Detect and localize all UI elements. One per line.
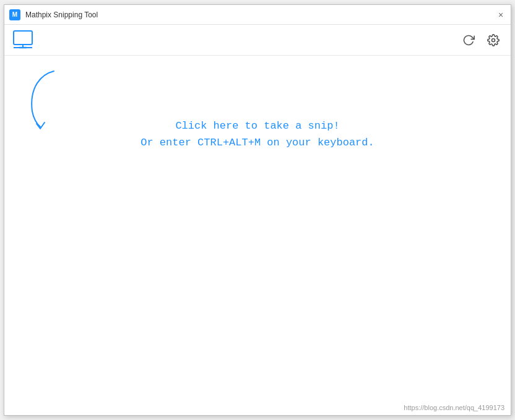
title-bar-controls: × — [496, 10, 506, 20]
instructions-block: Click here to take a snip! Or enter CTRL… — [141, 118, 374, 151]
snip-button[interactable] — [12, 29, 34, 51]
toolbar-left — [12, 29, 34, 51]
window-title: Mathpix Snipping Tool — [25, 11, 98, 19]
refresh-icon — [462, 34, 475, 46]
instruction-line-2: Or enter CTRL+ALT+M on your keyboard. — [141, 134, 374, 151]
arrow-svg — [23, 68, 72, 130]
refresh-button[interactable] — [459, 30, 478, 50]
arrow-decoration — [23, 68, 72, 132]
instruction-line-1: Click here to take a snip! — [141, 118, 374, 134]
gear-icon — [487, 34, 500, 46]
svg-rect-0 — [14, 31, 32, 45]
close-button[interactable]: × — [496, 10, 506, 20]
title-bar: M Mathpix Snipping Tool × — [4, 5, 511, 25]
toolbar — [4, 25, 511, 56]
app-window: M Mathpix Snipping Tool × — [4, 4, 511, 416]
watermark: https://blog.csdn.net/qq_4199173 — [404, 404, 504, 411]
svg-point-4 — [492, 38, 495, 41]
settings-button[interactable] — [483, 30, 503, 50]
toolbar-right — [459, 30, 503, 50]
main-content[interactable]: Click here to take a snip! Or enter CTRL… — [4, 56, 511, 415]
